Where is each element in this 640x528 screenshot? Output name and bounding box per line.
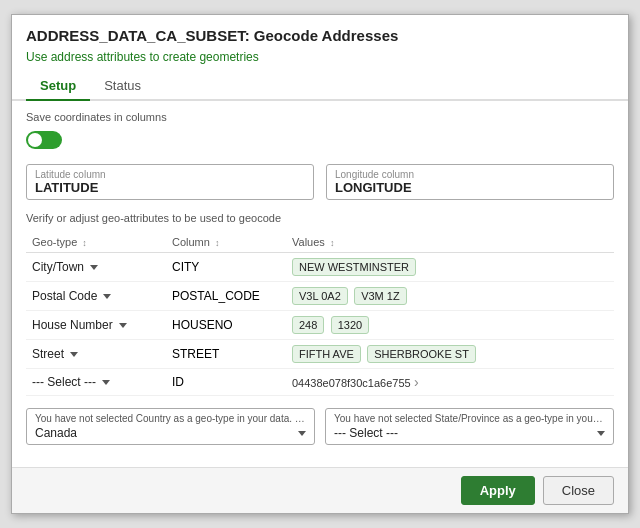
tab-setup[interactable]: Setup — [26, 72, 90, 101]
chevron-down-icon — [90, 265, 98, 270]
value-tag: SHERBROOKE ST — [367, 345, 476, 363]
table-row: Postal Code POSTAL_CODE V3L 0A2 V3M 1Z — [26, 282, 614, 311]
col-header-geotype: Geo-type ↕ — [26, 232, 166, 253]
country-select[interactable]: You have not selected Country as a geo-t… — [26, 408, 315, 445]
latitude-value: LATITUDE — [35, 180, 305, 195]
geo-table: Geo-type ↕ Column ↕ Values ↕ — [26, 232, 614, 396]
geotype-label: City/Town — [32, 260, 84, 274]
id-value: 04438e078f30c1a6e755 — [292, 377, 411, 389]
table-row: --- Select --- ID 04438e078f30c1a6e755 › — [26, 369, 614, 396]
column-cell: STREET — [166, 340, 286, 369]
province-warning-text: You have not selected State/Province as … — [334, 413, 605, 424]
setup-tab-content: Save coordinates in columns Latitude col… — [12, 101, 628, 467]
table-row: City/Town CITY NEW WESTMINSTER — [26, 253, 614, 282]
value-tag: NEW WESTMINSTER — [292, 258, 416, 276]
country-warning-text: You have not selected Country as a geo-t… — [35, 413, 306, 424]
values-cell: 248 1320 — [286, 311, 614, 340]
latitude-label: Latitude column — [35, 169, 305, 180]
save-coords-label: Save coordinates in columns — [26, 111, 614, 123]
values-cell: FIFTH AVE SHERBROOKE ST — [286, 340, 614, 369]
verify-label: Verify or adjust geo-attributes to be us… — [26, 212, 614, 224]
dialog-title: ADDRESS_DATA_CA_SUBSET: Geocode Addresse… — [12, 15, 628, 48]
latitude-field[interactable]: Latitude column LATITUDE — [26, 164, 314, 200]
geotype-sort-icon[interactable]: ↕ — [82, 238, 87, 248]
col-header-column: Column ↕ — [166, 232, 286, 253]
province-chevron-icon — [597, 431, 605, 436]
geotype-label: House Number — [32, 318, 113, 332]
coord-fields: Latitude column LATITUDE Longitude colum… — [26, 164, 614, 200]
column-cell: HOUSENO — [166, 311, 286, 340]
chevron-down-icon — [70, 352, 78, 357]
dialog-footer: Apply Close — [12, 467, 628, 513]
geotype-label: Street — [32, 347, 64, 361]
tab-status[interactable]: Status — [90, 72, 155, 101]
value-tag: 248 — [292, 316, 324, 334]
geotype-label: --- Select --- — [32, 375, 96, 389]
close-button[interactable]: Close — [543, 476, 614, 505]
geotype-dropdown-citytown[interactable]: City/Town — [32, 260, 160, 274]
chevron-down-icon — [102, 380, 110, 385]
chevron-down-icon — [119, 323, 127, 328]
geotype-dropdown-postalcode[interactable]: Postal Code — [32, 289, 160, 303]
save-coords-toggle[interactable] — [26, 131, 62, 149]
geotype-dropdown-street[interactable]: Street — [32, 347, 160, 361]
province-select[interactable]: You have not selected State/Province as … — [325, 408, 614, 445]
column-cell: POSTAL_CODE — [166, 282, 286, 311]
longitude-value: LONGITUDE — [335, 180, 605, 195]
value-tag: 1320 — [331, 316, 369, 334]
geotype-dropdown-select[interactable]: --- Select --- — [32, 375, 160, 389]
col-header-values: Values ↕ — [286, 232, 614, 253]
column-cell: CITY — [166, 253, 286, 282]
chevron-down-icon — [103, 294, 111, 299]
value-tag: V3L 0A2 — [292, 287, 348, 305]
table-row: House Number HOUSENO 248 1320 — [26, 311, 614, 340]
values-cell: V3L 0A2 V3M 1Z — [286, 282, 614, 311]
value-tag: FIFTH AVE — [292, 345, 361, 363]
table-row: Street STREET FIFTH AVE SHERBROOKE ST — [26, 340, 614, 369]
values-cell: NEW WESTMINSTER — [286, 253, 614, 282]
value-tag: V3M 1Z — [354, 287, 407, 305]
country-value: Canada — [35, 426, 77, 440]
geotype-label: Postal Code — [32, 289, 97, 303]
values-sort-icon[interactable]: ↕ — [330, 238, 335, 248]
longitude-field[interactable]: Longitude column LONGITUDE — [326, 164, 614, 200]
bottom-selects: You have not selected Country as a geo-t… — [26, 408, 614, 445]
column-sort-icon[interactable]: ↕ — [215, 238, 220, 248]
country-chevron-icon — [298, 431, 306, 436]
longitude-label: Longitude column — [335, 169, 605, 180]
apply-button[interactable]: Apply — [461, 476, 535, 505]
geotype-dropdown-housenumber[interactable]: House Number — [32, 318, 160, 332]
more-icon[interactable]: › — [414, 374, 419, 390]
column-cell: ID — [166, 369, 286, 396]
province-value: --- Select --- — [334, 426, 398, 440]
geocode-dialog: ADDRESS_DATA_CA_SUBSET: Geocode Addresse… — [11, 14, 629, 514]
values-cell: 04438e078f30c1a6e755 › — [286, 369, 614, 396]
dialog-subtitle: Use address attributes to create geometr… — [12, 48, 628, 72]
tab-bar: Setup Status — [12, 72, 628, 101]
